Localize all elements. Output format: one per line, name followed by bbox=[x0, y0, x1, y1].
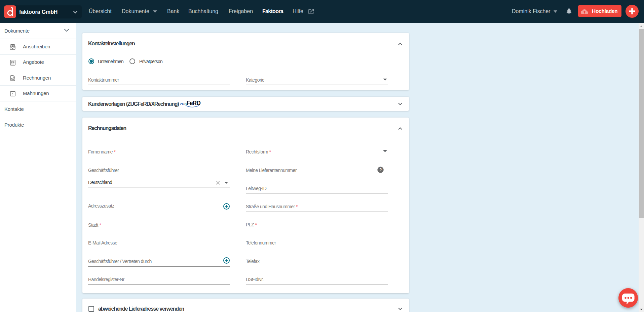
svg-text:?: ? bbox=[379, 168, 382, 172]
